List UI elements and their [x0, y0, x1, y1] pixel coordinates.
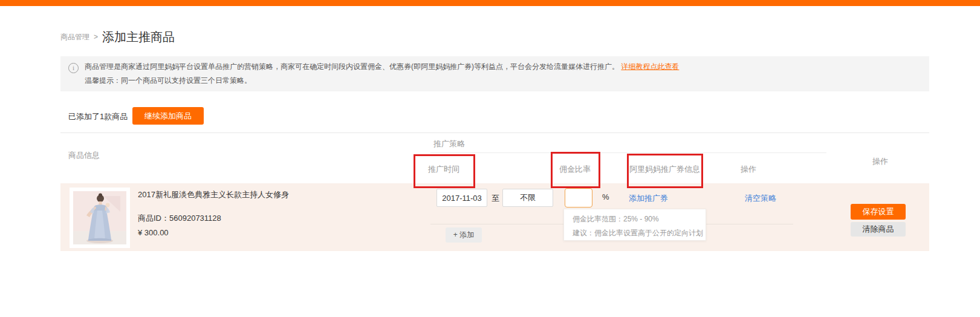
- product-image: [70, 188, 130, 248]
- add-strategy-button[interactable]: + 添加: [446, 227, 482, 243]
- added-count-text: 已添加了1款商品: [68, 111, 128, 122]
- info-circle-icon: i: [68, 63, 79, 73]
- breadcrumb-separator: >: [94, 33, 98, 41]
- product-price: ¥ 300.00: [138, 228, 169, 237]
- page: 商品管理 > 添加主推商品 i 商品管理是商家通过阿里妈妈平台设置单品推广的营销…: [0, 0, 980, 317]
- section-divider: [60, 132, 929, 133]
- date-range-to-label: 至: [492, 193, 499, 204]
- clear-strategy-link[interactable]: 清空策略: [745, 193, 776, 204]
- header-product-info: 商品信息: [68, 150, 100, 161]
- product-id: 商品ID：560920731128: [138, 213, 221, 224]
- header-operation-outer: 操作: [872, 156, 888, 167]
- top-brand-bar: [0, 0, 980, 6]
- notice-box: i 商品管理是商家通过阿里妈妈平台设置单品推广的营销策略，商家可在确定时间段内设…: [60, 56, 929, 91]
- tooltip-range-text: 佣金比率范围：25% - 90%: [573, 214, 706, 224]
- commission-rate-input[interactable]: [565, 188, 592, 208]
- save-settings-button[interactable]: 保存设置: [851, 204, 906, 220]
- breadcrumb-parent-link[interactable]: 商品管理: [60, 32, 89, 42]
- commission-tooltip: 佣金比率范围：25% - 90% 建议：佣金比率设置高于公开的定向计划: [563, 209, 706, 241]
- header-commission-rate: 佣金比率: [559, 164, 591, 175]
- tooltip-advice-text: 建议：佣金比率设置高于公开的定向计划: [573, 228, 706, 238]
- tutorial-link[interactable]: 详细教程点此查看: [621, 62, 679, 71]
- header-operation-inner: 操作: [741, 164, 756, 175]
- notice-text: 商品管理是商家通过阿里妈妈平台设置单品推广的营销策略，商家可在确定时间段内设置佣…: [85, 62, 619, 71]
- percent-sign: %: [602, 192, 609, 201]
- add-coupon-link[interactable]: 添加推广券: [629, 193, 668, 204]
- remove-product-button[interactable]: 清除商品: [851, 222, 906, 237]
- strategy-group-divider: [430, 152, 826, 153]
- notice-text-line1: 商品管理是商家通过阿里妈妈平台设置单品推广的营销策略，商家可在确定时间段内设置佣…: [85, 62, 679, 72]
- continue-add-button[interactable]: 继续添加商品: [132, 107, 204, 125]
- page-title: 添加主推商品: [102, 29, 175, 45]
- promo-start-date-input[interactable]: [436, 189, 487, 207]
- product-title: 2017新礼服淡色典雅主义长款主持人女修身: [138, 189, 289, 200]
- header-coupon-info: 阿里妈妈推广券信息: [629, 164, 700, 175]
- promo-end-date-input[interactable]: [502, 189, 553, 207]
- breadcrumb: 商品管理 > 添加主推商品: [60, 28, 175, 46]
- header-promo-time: 推广时间: [428, 164, 459, 175]
- header-strategy-group: 推广策略: [433, 139, 465, 149]
- notice-text-line2: 温馨提示：同一个商品可以支持设置三个日常策略。: [85, 76, 251, 86]
